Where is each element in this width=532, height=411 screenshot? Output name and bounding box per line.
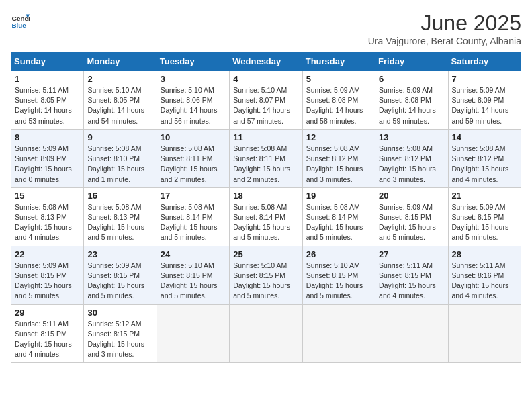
- day-number: 2: [87, 74, 152, 84]
- calendar-week-row: 8Sunrise: 5:09 AMSunset: 8:09 PMDaylight…: [11, 129, 521, 187]
- calendar-day-cell: 1Sunrise: 5:11 AMSunset: 8:05 PMDaylight…: [11, 71, 84, 130]
- day-info: Sunrise: 5:10 AMSunset: 8:15 PMDaylight:…: [233, 261, 298, 302]
- day-number: 11: [233, 132, 298, 142]
- day-info: Sunrise: 5:09 AMSunset: 8:15 PMDaylight:…: [452, 202, 517, 243]
- calendar-day-cell: [157, 304, 229, 363]
- month-title: June 2025: [368, 11, 521, 36]
- calendar-day-cell: 30Sunrise: 5:12 AMSunset: 8:15 PMDayligh…: [84, 304, 157, 363]
- day-number: 14: [452, 132, 517, 142]
- weekday-header: Tuesday: [157, 52, 229, 71]
- calendar-day-cell: 21Sunrise: 5:09 AMSunset: 8:15 PMDayligh…: [448, 187, 521, 246]
- day-number: 29: [15, 308, 80, 318]
- day-number: 25: [233, 249, 298, 259]
- day-number: 8: [15, 132, 80, 142]
- calendar-week-row: 29Sunrise: 5:11 AMSunset: 8:15 PMDayligh…: [11, 304, 521, 363]
- day-number: 1: [15, 74, 80, 84]
- calendar-day-cell: 26Sunrise: 5:10 AMSunset: 8:15 PMDayligh…: [302, 246, 375, 304]
- day-number: 12: [306, 132, 371, 142]
- day-number: 19: [306, 191, 371, 201]
- day-number: 13: [379, 132, 444, 142]
- calendar-day-cell: 28Sunrise: 5:11 AMSunset: 8:16 PMDayligh…: [448, 246, 521, 304]
- calendar-day-cell: 10Sunrise: 5:08 AMSunset: 8:11 PMDayligh…: [157, 129, 229, 187]
- calendar-day-cell: [448, 304, 521, 363]
- day-info: Sunrise: 5:09 AMSunset: 8:08 PMDaylight:…: [379, 85, 444, 126]
- day-info: Sunrise: 5:09 AMSunset: 8:15 PMDaylight:…: [379, 202, 444, 243]
- calendar-week-row: 22Sunrise: 5:09 AMSunset: 8:15 PMDayligh…: [11, 246, 521, 304]
- calendar-day-cell: 22Sunrise: 5:09 AMSunset: 8:15 PMDayligh…: [11, 246, 84, 304]
- day-info: Sunrise: 5:09 AMSunset: 8:09 PMDaylight:…: [452, 85, 517, 126]
- day-number: 24: [161, 249, 226, 259]
- logo: General Blue: [11, 11, 30, 30]
- day-info: Sunrise: 5:10 AMSunset: 8:15 PMDaylight:…: [161, 261, 226, 302]
- calendar-week-row: 1Sunrise: 5:11 AMSunset: 8:05 PMDaylight…: [11, 71, 521, 130]
- day-number: 5: [306, 74, 371, 84]
- day-number: 15: [15, 191, 80, 201]
- weekday-header-row: SundayMondayTuesdayWednesdayThursdayFrid…: [11, 52, 521, 71]
- day-number: 18: [233, 191, 298, 201]
- svg-text:Blue: Blue: [11, 21, 26, 29]
- day-number: 20: [379, 191, 444, 201]
- calendar-day-cell: 6Sunrise: 5:09 AMSunset: 8:08 PMDaylight…: [375, 71, 448, 130]
- day-info: Sunrise: 5:12 AMSunset: 8:15 PMDaylight:…: [87, 319, 152, 360]
- weekday-header: Friday: [375, 52, 448, 71]
- day-info: Sunrise: 5:08 AMSunset: 8:11 PMDaylight:…: [233, 144, 298, 185]
- calendar-day-cell: 18Sunrise: 5:08 AMSunset: 8:14 PMDayligh…: [230, 187, 302, 246]
- day-number: 6: [379, 74, 444, 84]
- calendar-day-cell: 29Sunrise: 5:11 AMSunset: 8:15 PMDayligh…: [11, 304, 84, 363]
- day-info: Sunrise: 5:08 AMSunset: 8:14 PMDaylight:…: [233, 202, 298, 243]
- day-info: Sunrise: 5:10 AMSunset: 8:05 PMDaylight:…: [87, 85, 152, 126]
- day-info: Sunrise: 5:08 AMSunset: 8:12 PMDaylight:…: [379, 144, 444, 185]
- calendar-day-cell: 14Sunrise: 5:08 AMSunset: 8:12 PMDayligh…: [448, 129, 521, 187]
- day-info: Sunrise: 5:08 AMSunset: 8:13 PMDaylight:…: [15, 202, 80, 243]
- calendar-day-cell: 24Sunrise: 5:10 AMSunset: 8:15 PMDayligh…: [157, 246, 229, 304]
- calendar-day-cell: [375, 304, 448, 363]
- day-info: Sunrise: 5:09 AMSunset: 8:08 PMDaylight:…: [306, 85, 371, 126]
- calendar-day-cell: 7Sunrise: 5:09 AMSunset: 8:09 PMDaylight…: [448, 71, 521, 130]
- calendar-day-cell: 11Sunrise: 5:08 AMSunset: 8:11 PMDayligh…: [230, 129, 302, 187]
- day-info: Sunrise: 5:11 AMSunset: 8:16 PMDaylight:…: [452, 261, 517, 302]
- day-number: 30: [87, 308, 152, 318]
- day-info: Sunrise: 5:11 AMSunset: 8:05 PMDaylight:…: [15, 85, 80, 126]
- calendar-day-cell: 9Sunrise: 5:08 AMSunset: 8:10 PMDaylight…: [84, 129, 157, 187]
- day-number: 7: [452, 74, 517, 84]
- weekday-header: Monday: [84, 52, 157, 71]
- calendar-day-cell: [302, 304, 375, 363]
- day-number: 17: [161, 191, 226, 201]
- calendar-day-cell: 5Sunrise: 5:09 AMSunset: 8:08 PMDaylight…: [302, 71, 375, 130]
- day-info: Sunrise: 5:11 AMSunset: 8:15 PMDaylight:…: [379, 261, 444, 302]
- weekday-header: Sunday: [11, 52, 84, 71]
- calendar-day-cell: 13Sunrise: 5:08 AMSunset: 8:12 PMDayligh…: [375, 129, 448, 187]
- calendar-day-cell: 2Sunrise: 5:10 AMSunset: 8:05 PMDaylight…: [84, 71, 157, 130]
- calendar-day-cell: 25Sunrise: 5:10 AMSunset: 8:15 PMDayligh…: [230, 246, 302, 304]
- day-info: Sunrise: 5:08 AMSunset: 8:14 PMDaylight:…: [306, 202, 371, 243]
- day-number: 16: [87, 191, 152, 201]
- day-number: 21: [452, 191, 517, 201]
- calendar-day-cell: 16Sunrise: 5:08 AMSunset: 8:13 PMDayligh…: [84, 187, 157, 246]
- calendar-day-cell: [230, 304, 302, 363]
- day-number: 22: [15, 249, 80, 259]
- day-number: 26: [306, 249, 371, 259]
- calendar-table: SundayMondayTuesdayWednesdayThursdayFrid…: [11, 52, 521, 363]
- calendar-day-cell: 15Sunrise: 5:08 AMSunset: 8:13 PMDayligh…: [11, 187, 84, 246]
- day-number: 3: [161, 74, 226, 84]
- calendar-day-cell: 12Sunrise: 5:08 AMSunset: 8:12 PMDayligh…: [302, 129, 375, 187]
- weekday-header: Saturday: [448, 52, 521, 71]
- day-info: Sunrise: 5:09 AMSunset: 8:15 PMDaylight:…: [15, 261, 80, 302]
- day-info: Sunrise: 5:08 AMSunset: 8:11 PMDaylight:…: [161, 144, 226, 185]
- calendar-day-cell: 4Sunrise: 5:10 AMSunset: 8:07 PMDaylight…: [230, 71, 302, 130]
- day-info: Sunrise: 5:09 AMSunset: 8:09 PMDaylight:…: [15, 144, 80, 185]
- day-info: Sunrise: 5:08 AMSunset: 8:12 PMDaylight:…: [306, 144, 371, 185]
- day-info: Sunrise: 5:08 AMSunset: 8:13 PMDaylight:…: [87, 202, 152, 243]
- page-header: General Blue June 2025 Ura Vajgurore, Be…: [11, 11, 521, 46]
- day-number: 28: [452, 249, 517, 259]
- weekday-header: Wednesday: [230, 52, 302, 71]
- day-info: Sunrise: 5:10 AMSunset: 8:07 PMDaylight:…: [233, 85, 298, 126]
- weekday-header: Thursday: [302, 52, 375, 71]
- day-number: 9: [87, 132, 152, 142]
- calendar-day-cell: 8Sunrise: 5:09 AMSunset: 8:09 PMDaylight…: [11, 129, 84, 187]
- day-info: Sunrise: 5:10 AMSunset: 8:15 PMDaylight:…: [306, 261, 371, 302]
- day-info: Sunrise: 5:08 AMSunset: 8:10 PMDaylight:…: [87, 144, 152, 185]
- logo-icon: General Blue: [11, 11, 30, 30]
- day-number: 27: [379, 249, 444, 259]
- calendar-day-cell: 19Sunrise: 5:08 AMSunset: 8:14 PMDayligh…: [302, 187, 375, 246]
